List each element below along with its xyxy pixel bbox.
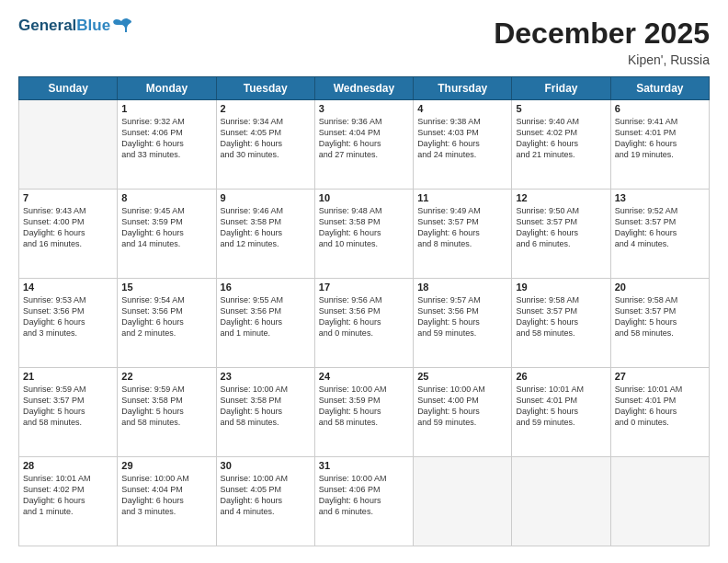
col-header-sunday: Sunday [19, 77, 118, 100]
calendar-cell: 13Sunrise: 9:52 AM Sunset: 3:57 PM Dayli… [610, 190, 709, 279]
calendar-cell: 5Sunrise: 9:40 AM Sunset: 4:02 PM Daylig… [512, 100, 610, 190]
cell-content: Sunrise: 10:00 AM Sunset: 4:00 PM Daylig… [417, 384, 507, 429]
calendar-cell: 26Sunrise: 10:01 AM Sunset: 4:01 PM Dayl… [512, 368, 610, 457]
cell-content: Sunrise: 10:00 AM Sunset: 4:06 PM Daylig… [319, 473, 409, 518]
page: GeneralBlue December 2025 Kipen', Russia… [0, 0, 728, 563]
cell-content: Sunrise: 9:50 AM Sunset: 3:57 PM Dayligh… [516, 205, 606, 250]
day-number: 11 [417, 192, 507, 203]
calendar-cell: 21Sunrise: 9:59 AM Sunset: 3:57 PM Dayli… [19, 368, 118, 457]
cell-content: Sunrise: 9:45 AM Sunset: 3:59 PM Dayligh… [121, 205, 211, 250]
day-number: 29 [121, 460, 211, 471]
cell-content: Sunrise: 10:00 AM Sunset: 3:59 PM Daylig… [319, 384, 409, 429]
calendar-cell: 9Sunrise: 9:46 AM Sunset: 3:58 PM Daylig… [216, 190, 314, 279]
day-number: 28 [23, 460, 113, 471]
calendar-cell: 29Sunrise: 10:00 AM Sunset: 4:04 PM Dayl… [118, 457, 216, 546]
calendar-week-row: 14Sunrise: 9:53 AM Sunset: 3:56 PM Dayli… [19, 279, 710, 368]
day-number: 13 [615, 192, 705, 203]
calendar-cell: 10Sunrise: 9:48 AM Sunset: 3:58 PM Dayli… [314, 190, 413, 279]
calendar-header-row: SundayMondayTuesdayWednesdayThursdayFrid… [19, 77, 710, 100]
cell-content: Sunrise: 9:49 AM Sunset: 3:57 PM Dayligh… [417, 205, 507, 250]
calendar-cell: 23Sunrise: 10:00 AM Sunset: 3:58 PM Dayl… [216, 368, 314, 457]
cell-content: Sunrise: 10:01 AM Sunset: 4:02 PM Daylig… [23, 473, 113, 518]
header: GeneralBlue December 2025 Kipen', Russia [18, 17, 710, 67]
cell-content: Sunrise: 9:59 AM Sunset: 3:58 PM Dayligh… [121, 384, 211, 429]
day-number: 24 [319, 371, 409, 382]
calendar-cell: 30Sunrise: 10:00 AM Sunset: 4:05 PM Dayl… [216, 457, 314, 546]
day-number: 26 [516, 371, 606, 382]
day-number: 31 [319, 460, 409, 471]
day-number: 18 [417, 282, 507, 293]
calendar-cell: 14Sunrise: 9:53 AM Sunset: 3:56 PM Dayli… [19, 279, 118, 368]
calendar-cell: 11Sunrise: 9:49 AM Sunset: 3:57 PM Dayli… [414, 190, 512, 279]
day-number: 1 [121, 103, 211, 114]
day-number: 3 [319, 103, 409, 114]
calendar-cell: 1Sunrise: 9:32 AM Sunset: 4:06 PM Daylig… [118, 100, 216, 190]
cell-content: Sunrise: 10:00 AM Sunset: 3:58 PM Daylig… [221, 384, 311, 429]
cell-content: Sunrise: 9:48 AM Sunset: 3:58 PM Dayligh… [319, 205, 409, 250]
col-header-saturday: Saturday [610, 77, 709, 100]
cell-content: Sunrise: 9:41 AM Sunset: 4:01 PM Dayligh… [615, 116, 705, 161]
cell-content: Sunrise: 9:58 AM Sunset: 3:57 PM Dayligh… [615, 294, 705, 339]
calendar-cell: 6Sunrise: 9:41 AM Sunset: 4:01 PM Daylig… [610, 100, 709, 190]
calendar-cell: 31Sunrise: 10:00 AM Sunset: 4:06 PM Dayl… [314, 457, 413, 546]
col-header-tuesday: Tuesday [216, 77, 314, 100]
calendar-cell [512, 457, 610, 546]
calendar-cell: 20Sunrise: 9:58 AM Sunset: 3:57 PM Dayli… [610, 279, 709, 368]
cell-content: Sunrise: 9:56 AM Sunset: 3:56 PM Dayligh… [319, 294, 409, 339]
calendar-cell: 27Sunrise: 10:01 AM Sunset: 4:01 PM Dayl… [610, 368, 709, 457]
calendar-cell [19, 100, 118, 190]
col-header-friday: Friday [512, 77, 610, 100]
calendar-week-row: 21Sunrise: 9:59 AM Sunset: 3:57 PM Dayli… [19, 368, 710, 457]
cell-content: Sunrise: 9:43 AM Sunset: 4:00 PM Dayligh… [23, 205, 113, 250]
calendar-cell: 19Sunrise: 9:58 AM Sunset: 3:57 PM Dayli… [512, 279, 610, 368]
day-number: 17 [319, 282, 409, 293]
calendar-cell: 12Sunrise: 9:50 AM Sunset: 3:57 PM Dayli… [512, 190, 610, 279]
cell-content: Sunrise: 9:32 AM Sunset: 4:06 PM Dayligh… [121, 116, 211, 161]
day-number: 10 [319, 192, 409, 203]
day-number: 23 [221, 371, 311, 382]
cell-content: Sunrise: 9:58 AM Sunset: 3:57 PM Dayligh… [516, 294, 606, 339]
day-number: 6 [615, 103, 705, 114]
calendar-cell: 17Sunrise: 9:56 AM Sunset: 3:56 PM Dayli… [314, 279, 413, 368]
day-number: 5 [516, 103, 606, 114]
cell-content: Sunrise: 9:38 AM Sunset: 4:03 PM Dayligh… [417, 116, 507, 161]
cell-content: Sunrise: 10:00 AM Sunset: 4:04 PM Daylig… [121, 473, 211, 518]
calendar-cell: 8Sunrise: 9:45 AM Sunset: 3:59 PM Daylig… [118, 190, 216, 279]
day-number: 12 [516, 192, 606, 203]
cell-content: Sunrise: 9:52 AM Sunset: 3:57 PM Dayligh… [615, 205, 705, 250]
cell-content: Sunrise: 9:59 AM Sunset: 3:57 PM Dayligh… [23, 384, 113, 429]
day-number: 25 [417, 371, 507, 382]
cell-content: Sunrise: 9:54 AM Sunset: 3:56 PM Dayligh… [121, 294, 211, 339]
cell-content: Sunrise: 9:34 AM Sunset: 4:05 PM Dayligh… [221, 116, 311, 161]
day-number: 2 [221, 103, 311, 114]
day-number: 14 [23, 282, 113, 293]
col-header-monday: Monday [118, 77, 216, 100]
col-header-wednesday: Wednesday [314, 77, 413, 100]
cell-content: Sunrise: 9:53 AM Sunset: 3:56 PM Dayligh… [23, 294, 113, 339]
calendar-cell: 18Sunrise: 9:57 AM Sunset: 3:56 PM Dayli… [414, 279, 512, 368]
cell-content: Sunrise: 9:36 AM Sunset: 4:04 PM Dayligh… [319, 116, 409, 161]
day-number: 15 [121, 282, 211, 293]
month-title: December 2025 [494, 17, 710, 51]
logo: GeneralBlue [18, 17, 132, 35]
calendar-cell: 24Sunrise: 10:00 AM Sunset: 3:59 PM Dayl… [314, 368, 413, 457]
day-number: 27 [615, 371, 705, 382]
day-number: 22 [121, 371, 211, 382]
logo-text: GeneralBlue [18, 17, 110, 35]
calendar-cell [610, 457, 709, 546]
cell-content: Sunrise: 9:57 AM Sunset: 3:56 PM Dayligh… [417, 294, 507, 339]
day-number: 19 [516, 282, 606, 293]
calendar-cell: 25Sunrise: 10:00 AM Sunset: 4:00 PM Dayl… [414, 368, 512, 457]
calendar-cell: 16Sunrise: 9:55 AM Sunset: 3:56 PM Dayli… [216, 279, 314, 368]
title-area: December 2025 Kipen', Russia [494, 17, 710, 67]
calendar-week-row: 7Sunrise: 9:43 AM Sunset: 4:00 PM Daylig… [19, 190, 710, 279]
cell-content: Sunrise: 10:01 AM Sunset: 4:01 PM Daylig… [615, 384, 705, 429]
bird-icon [112, 17, 132, 34]
day-number: 16 [221, 282, 311, 293]
calendar-cell [414, 457, 512, 546]
calendar-cell: 3Sunrise: 9:36 AM Sunset: 4:04 PM Daylig… [314, 100, 413, 190]
day-number: 21 [23, 371, 113, 382]
calendar-table: SundayMondayTuesdayWednesdayThursdayFrid… [18, 76, 710, 546]
cell-content: Sunrise: 9:55 AM Sunset: 3:56 PM Dayligh… [221, 294, 311, 339]
day-number: 20 [615, 282, 705, 293]
